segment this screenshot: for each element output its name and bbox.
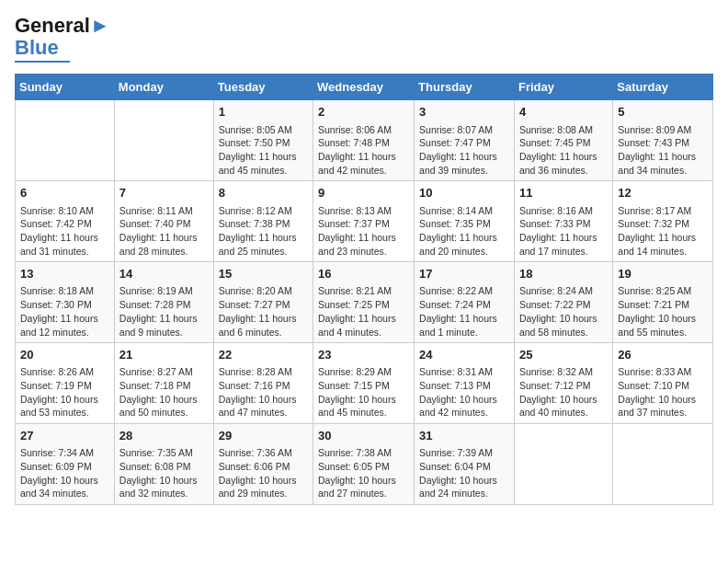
calendar-cell: 27Sunrise: 7:34 AM Sunset: 6:09 PM Dayli…	[16, 424, 115, 505]
day-number: 6	[20, 185, 109, 201]
day-info: Sunrise: 8:31 AM Sunset: 7:13 PM Dayligh…	[419, 365, 509, 419]
week-row-1: 1Sunrise: 8:05 AM Sunset: 7:50 PM Daylig…	[16, 100, 713, 181]
calendar-cell: 21Sunrise: 8:27 AM Sunset: 7:18 PM Dayli…	[114, 343, 213, 424]
calendar-cell: 5Sunrise: 8:09 AM Sunset: 7:43 PM Daylig…	[613, 100, 713, 181]
day-number: 3	[419, 104, 509, 121]
day-number: 1	[219, 104, 308, 121]
day-info: Sunrise: 8:32 AM Sunset: 7:12 PM Dayligh…	[519, 365, 608, 419]
calendar-table: SundayMondayTuesdayWednesdayThursdayFrid…	[15, 74, 713, 505]
day-number: 19	[618, 266, 708, 282]
calendar-cell: 11Sunrise: 8:16 AM Sunset: 7:33 PM Dayli…	[514, 181, 612, 262]
day-number: 18	[519, 266, 608, 282]
day-info: Sunrise: 7:39 AM Sunset: 6:04 PM Dayligh…	[419, 446, 509, 500]
calendar-cell: 28Sunrise: 7:35 AM Sunset: 6:08 PM Dayli…	[114, 424, 213, 505]
day-info: Sunrise: 8:10 AM Sunset: 7:42 PM Dayligh…	[20, 204, 109, 259]
day-number: 27	[20, 428, 109, 444]
day-info: Sunrise: 8:08 AM Sunset: 7:45 PM Dayligh…	[519, 123, 608, 178]
day-number: 20	[20, 347, 109, 363]
day-info: Sunrise: 8:16 AM Sunset: 7:33 PM Dayligh…	[519, 204, 608, 259]
day-info: Sunrise: 7:38 AM Sunset: 6:05 PM Dayligh…	[318, 446, 409, 500]
col-header-thursday: Thursday	[415, 75, 515, 100]
day-info: Sunrise: 8:05 AM Sunset: 7:50 PM Dayligh…	[219, 123, 308, 178]
day-info: Sunrise: 7:36 AM Sunset: 6:06 PM Dayligh…	[219, 446, 308, 500]
week-row-3: 13Sunrise: 8:18 AM Sunset: 7:30 PM Dayli…	[16, 262, 713, 343]
logo-blue-text: Blue	[15, 37, 59, 59]
day-number: 28	[119, 428, 209, 444]
day-number: 17	[419, 266, 509, 282]
day-number: 10	[419, 185, 509, 201]
day-info: Sunrise: 8:33 AM Sunset: 7:10 PM Dayligh…	[618, 365, 708, 419]
calendar-cell: 23Sunrise: 8:29 AM Sunset: 7:15 PM Dayli…	[313, 343, 415, 424]
day-info: Sunrise: 7:35 AM Sunset: 6:08 PM Dayligh…	[119, 446, 209, 500]
calendar-cell: 25Sunrise: 8:32 AM Sunset: 7:12 PM Dayli…	[514, 343, 612, 424]
day-number: 7	[119, 185, 209, 201]
calendar-cell: 19Sunrise: 8:25 AM Sunset: 7:21 PM Dayli…	[613, 262, 713, 343]
day-info: Sunrise: 8:27 AM Sunset: 7:18 PM Dayligh…	[119, 365, 209, 419]
day-number: 2	[318, 104, 409, 121]
day-number: 29	[219, 428, 308, 444]
page-header: General► Blue	[15, 15, 713, 63]
day-number: 25	[519, 347, 608, 363]
col-header-saturday: Saturday	[613, 75, 713, 100]
day-info: Sunrise: 8:19 AM Sunset: 7:28 PM Dayligh…	[119, 284, 209, 339]
day-number: 24	[419, 347, 509, 363]
day-info: Sunrise: 8:14 AM Sunset: 7:35 PM Dayligh…	[419, 204, 509, 259]
col-header-tuesday: Tuesday	[213, 75, 313, 100]
day-info: Sunrise: 8:26 AM Sunset: 7:19 PM Dayligh…	[20, 365, 109, 419]
day-number: 13	[20, 266, 109, 282]
day-number: 8	[219, 185, 308, 201]
calendar-cell: 15Sunrise: 8:20 AM Sunset: 7:27 PM Dayli…	[213, 262, 313, 343]
day-number: 30	[318, 428, 409, 444]
day-number: 31	[419, 428, 509, 444]
calendar-cell: 3Sunrise: 8:07 AM Sunset: 7:47 PM Daylig…	[415, 100, 515, 181]
day-info: Sunrise: 8:20 AM Sunset: 7:27 PM Dayligh…	[219, 284, 308, 339]
logo-underline	[15, 61, 70, 63]
calendar-cell: 2Sunrise: 8:06 AM Sunset: 7:48 PM Daylig…	[313, 100, 415, 181]
day-info: Sunrise: 8:24 AM Sunset: 7:22 PM Dayligh…	[519, 284, 608, 339]
calendar-cell: 18Sunrise: 8:24 AM Sunset: 7:22 PM Dayli…	[514, 262, 612, 343]
day-info: Sunrise: 8:25 AM Sunset: 7:21 PM Dayligh…	[618, 284, 708, 339]
day-number: 4	[519, 104, 608, 121]
day-number: 22	[219, 347, 308, 363]
day-number: 21	[119, 347, 209, 363]
calendar-cell: 26Sunrise: 8:33 AM Sunset: 7:10 PM Dayli…	[613, 343, 713, 424]
calendar-cell: 7Sunrise: 8:11 AM Sunset: 7:40 PM Daylig…	[114, 181, 213, 262]
calendar-cell: 8Sunrise: 8:12 AM Sunset: 7:38 PM Daylig…	[213, 181, 313, 262]
day-number: 16	[318, 266, 409, 282]
logo: General► Blue	[15, 15, 110, 63]
day-info: Sunrise: 8:18 AM Sunset: 7:30 PM Dayligh…	[20, 284, 109, 339]
day-info: Sunrise: 8:28 AM Sunset: 7:16 PM Dayligh…	[219, 365, 308, 419]
day-info: Sunrise: 8:17 AM Sunset: 7:32 PM Dayligh…	[618, 204, 708, 259]
day-number: 5	[618, 104, 708, 121]
calendar-cell: 22Sunrise: 8:28 AM Sunset: 7:16 PM Dayli…	[213, 343, 313, 424]
calendar-cell	[514, 424, 612, 505]
calendar-cell: 14Sunrise: 8:19 AM Sunset: 7:28 PM Dayli…	[114, 262, 213, 343]
day-info: Sunrise: 8:09 AM Sunset: 7:43 PM Dayligh…	[618, 123, 708, 178]
calendar-cell: 16Sunrise: 8:21 AM Sunset: 7:25 PM Dayli…	[313, 262, 415, 343]
day-info: Sunrise: 7:34 AM Sunset: 6:09 PM Dayligh…	[20, 446, 109, 500]
header-row: SundayMondayTuesdayWednesdayThursdayFrid…	[16, 75, 713, 100]
calendar-cell	[16, 100, 115, 181]
calendar-cell: 9Sunrise: 8:13 AM Sunset: 7:37 PM Daylig…	[313, 181, 415, 262]
day-info: Sunrise: 8:12 AM Sunset: 7:38 PM Dayligh…	[219, 204, 308, 259]
calendar-cell: 20Sunrise: 8:26 AM Sunset: 7:19 PM Dayli…	[16, 343, 115, 424]
calendar-cell: 13Sunrise: 8:18 AM Sunset: 7:30 PM Dayli…	[16, 262, 115, 343]
day-info: Sunrise: 8:29 AM Sunset: 7:15 PM Dayligh…	[318, 365, 409, 419]
day-number: 23	[318, 347, 409, 363]
week-row-4: 20Sunrise: 8:26 AM Sunset: 7:19 PM Dayli…	[16, 343, 713, 424]
day-info: Sunrise: 8:21 AM Sunset: 7:25 PM Dayligh…	[318, 284, 409, 339]
calendar-cell	[613, 424, 713, 505]
day-info: Sunrise: 8:13 AM Sunset: 7:37 PM Dayligh…	[318, 204, 409, 259]
day-number: 9	[318, 185, 409, 201]
calendar-cell: 24Sunrise: 8:31 AM Sunset: 7:13 PM Dayli…	[415, 343, 515, 424]
calendar-cell: 29Sunrise: 7:36 AM Sunset: 6:06 PM Dayli…	[213, 424, 313, 505]
calendar-cell: 17Sunrise: 8:22 AM Sunset: 7:24 PM Dayli…	[415, 262, 515, 343]
col-header-wednesday: Wednesday	[313, 75, 415, 100]
day-info: Sunrise: 8:07 AM Sunset: 7:47 PM Dayligh…	[419, 123, 509, 178]
day-info: Sunrise: 8:06 AM Sunset: 7:48 PM Dayligh…	[318, 123, 409, 178]
day-number: 15	[219, 266, 308, 282]
calendar-cell: 4Sunrise: 8:08 AM Sunset: 7:45 PM Daylig…	[514, 100, 612, 181]
week-row-2: 6Sunrise: 8:10 AM Sunset: 7:42 PM Daylig…	[16, 181, 713, 262]
logo-text: General►	[15, 15, 110, 37]
col-header-sunday: Sunday	[16, 75, 115, 100]
